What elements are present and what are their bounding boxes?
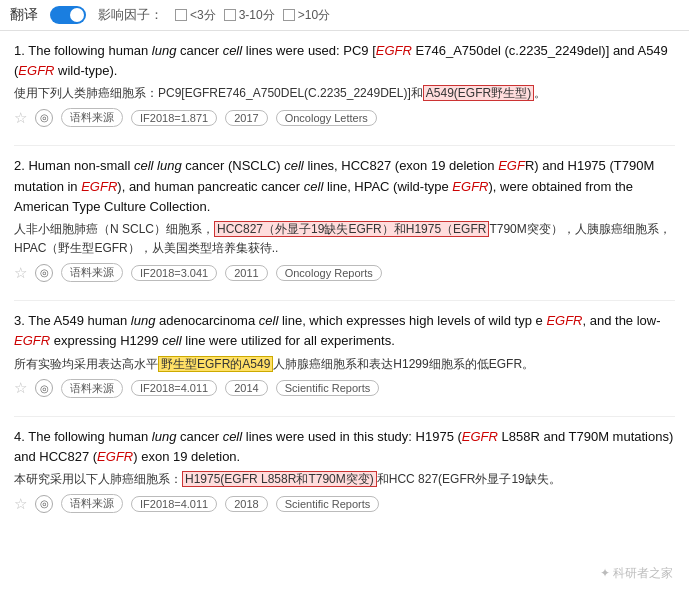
star-button-3[interactable]: ☆: [14, 379, 27, 397]
if-tag-4: IF2018=4.011: [131, 496, 217, 512]
factor-item-1[interactable]: <3分: [175, 7, 216, 24]
result-item-3: 3. The A549 human lung adenocarcinoma ce…: [14, 311, 675, 397]
highlight-box-3: 野生型EGFR的A549: [158, 356, 273, 372]
result-number-3: 3.: [14, 313, 28, 328]
year-tag-3: 2014: [225, 380, 267, 396]
result-text-2: 2. Human non-small cell lung cancer (NSC…: [14, 156, 675, 216]
egfr-highlight-2b: EGFR: [81, 179, 117, 194]
result-number-1: 1.: [14, 43, 28, 58]
factor-label-1: <3分: [190, 7, 216, 24]
top-bar: 翻译 影响因子： <3分 3-10分 >10分: [0, 0, 689, 31]
factor-group: <3分 3-10分 >10分: [175, 7, 330, 24]
divider-2: [14, 300, 675, 301]
star-button-1[interactable]: ☆: [14, 109, 27, 127]
star-button-4[interactable]: ☆: [14, 495, 27, 513]
egfr-highlight-1b: EGFR: [18, 63, 54, 78]
factor-item-2[interactable]: 3-10分: [224, 7, 275, 24]
result-number-2: 2.: [14, 158, 28, 173]
result-text-1: 1. The following human lung cancer cell …: [14, 41, 675, 81]
chinese-text-3: 所有实验均采用表达高水平野生型EGFR的A549人肺腺癌细胞系和表达H1299细…: [14, 355, 675, 374]
chinese-text-1: 使用下列人类肺癌细胞系：PC9[EGFRE746_A750DEL(C.2235_…: [14, 84, 675, 103]
if-tag-2: IF2018=3.041: [131, 265, 217, 281]
result-item-4: 4. The following human lung cancer cell …: [14, 427, 675, 513]
star-button-2[interactable]: ☆: [14, 264, 27, 282]
translate-label: 翻译: [10, 6, 38, 24]
circle-icon-4[interactable]: ◎: [35, 495, 53, 513]
result-text-3: 3. The A549 human lung adenocarcinoma ce…: [14, 311, 675, 351]
source-tag-1[interactable]: 语料来源: [61, 108, 123, 127]
if-tag-3: IF2018=4.011: [131, 380, 217, 396]
action-bar-2: ☆ ◎ 语料来源 IF2018=3.041 2011 Oncology Repo…: [14, 263, 675, 282]
result-item-1: 1. The following human lung cancer cell …: [14, 41, 675, 127]
journal-tag-3: Scientific Reports: [276, 380, 380, 396]
if-tag-1: IF2018=1.871: [131, 110, 217, 126]
egfr-highlight-4a: EGFR: [462, 429, 498, 444]
factor-checkbox-2[interactable]: [224, 9, 236, 21]
factor-label-2: 3-10分: [239, 7, 275, 24]
source-tag-4[interactable]: 语料来源: [61, 494, 123, 513]
egfr-highlight-2c: EGFR: [452, 179, 488, 194]
egfr-highlight-3a: EGFR: [546, 313, 582, 328]
egfr-highlight-1a: EGFR: [376, 43, 412, 58]
source-tag-2[interactable]: 语料来源: [61, 263, 123, 282]
action-bar-4: ☆ ◎ 语料来源 IF2018=4.011 2018 Scientific Re…: [14, 494, 675, 513]
highlight-box-4: H1975(EGFR L858R和T790M突变): [182, 471, 377, 487]
result-number-4: 4.: [14, 429, 28, 444]
factor-item-3[interactable]: >10分: [283, 7, 330, 24]
journal-tag-2: Oncology Reports: [276, 265, 382, 281]
journal-tag-1: Oncology Letters: [276, 110, 377, 126]
journal-tag-4: Scientific Reports: [276, 496, 380, 512]
egfr-highlight-4b: EGFR: [97, 449, 133, 464]
highlight-box-2: HCC827（外显子19缺失EGFR）和H1975（EGFR: [214, 221, 489, 237]
divider-1: [14, 145, 675, 146]
main-content: 1. The following human lung cancer cell …: [0, 31, 689, 541]
factor-label: 影响因子：: [98, 6, 163, 24]
egfr-highlight-2a: EGF: [498, 158, 525, 173]
circle-icon-1[interactable]: ◎: [35, 109, 53, 127]
action-bar-3: ☆ ◎ 语料来源 IF2018=4.011 2014 Scientific Re…: [14, 379, 675, 398]
factor-checkbox-3[interactable]: [283, 9, 295, 21]
egfr-highlight-3b: EGFR: [14, 333, 50, 348]
watermark: ✦ 科研者之家: [600, 565, 673, 582]
chinese-text-4: 本研究采用以下人肺癌细胞系：H1975(EGFR L858R和T790M突变)和…: [14, 470, 675, 489]
factor-label-3: >10分: [298, 7, 330, 24]
year-tag-2: 2011: [225, 265, 267, 281]
year-tag-1: 2017: [225, 110, 267, 126]
action-bar-1: ☆ ◎ 语料来源 IF2018=1.871 2017 Oncology Lett…: [14, 108, 675, 127]
divider-3: [14, 416, 675, 417]
translate-toggle[interactable]: [50, 6, 86, 24]
circle-icon-2[interactable]: ◎: [35, 264, 53, 282]
result-text-4: 4. The following human lung cancer cell …: [14, 427, 675, 467]
factor-checkbox-1[interactable]: [175, 9, 187, 21]
chinese-text-2: 人非小细胞肺癌（N SCLC）细胞系，HCC827（外显子19缺失EGFR）和H…: [14, 220, 675, 258]
toggle-knob: [70, 8, 84, 22]
result-item-2: 2. Human non-small cell lung cancer (NSC…: [14, 156, 675, 282]
highlight-box-1: A549(EGFR野生型): [423, 85, 534, 101]
source-tag-3[interactable]: 语料来源: [61, 379, 123, 398]
circle-icon-3[interactable]: ◎: [35, 379, 53, 397]
year-tag-4: 2018: [225, 496, 267, 512]
